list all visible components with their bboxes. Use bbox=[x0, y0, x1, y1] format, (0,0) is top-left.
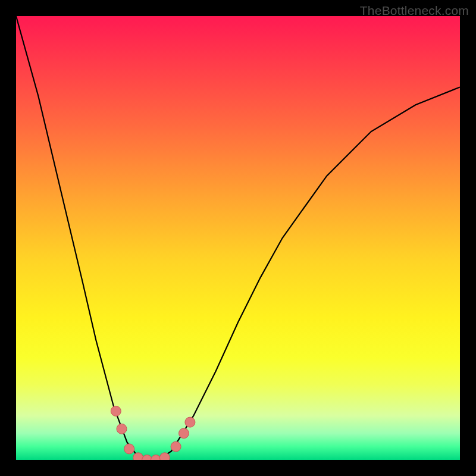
curve-marker bbox=[159, 453, 170, 460]
curve-marker bbox=[117, 424, 127, 434]
curve-marker bbox=[179, 428, 189, 439]
curve-marker bbox=[133, 453, 143, 460]
curve-markers bbox=[111, 406, 195, 460]
curve-marker bbox=[185, 417, 195, 427]
curve-marker bbox=[142, 455, 152, 461]
chart-plot-area bbox=[16, 16, 460, 460]
bottleneck-curve-svg bbox=[16, 16, 460, 460]
curve-marker bbox=[111, 406, 121, 416]
bottleneck-curve bbox=[16, 16, 460, 460]
curve-marker bbox=[124, 444, 134, 454]
watermark-text: TheBottleneck.com bbox=[360, 4, 469, 18]
curve-marker bbox=[171, 441, 181, 452]
